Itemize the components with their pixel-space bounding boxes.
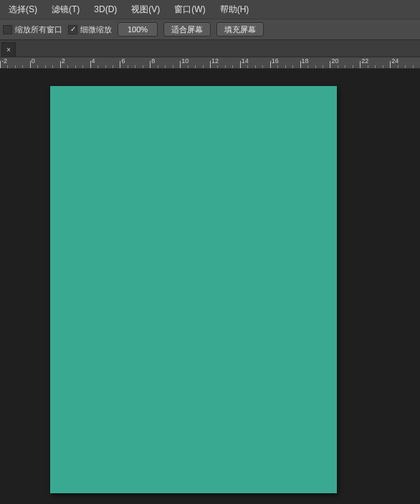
checkbox-checked-icon — [68, 25, 77, 34]
scrubby-zoom-label: 细微缩放 — [80, 24, 112, 35]
ruler-tick-label: 8 — [151, 57, 155, 65]
ruler-tick-label: 20 — [331, 57, 338, 65]
zoom-all-windows-checkbox[interactable]: 缩放所有窗口 — [3, 24, 62, 35]
ruler-tick-label: 24 — [391, 57, 398, 65]
ruler-tick-label: 12 — [211, 57, 219, 65]
horizontal-ruler[interactable]: -202468101214161820222426 — [0, 57, 420, 69]
menu-help[interactable]: 帮助(H) — [213, 1, 257, 19]
fill-screen-button[interactable]: 填充屏幕 — [216, 22, 264, 37]
ruler-tick-label: 0 — [32, 57, 35, 65]
fit-screen-button[interactable]: 适合屏幕 — [163, 22, 211, 37]
menu-select[interactable]: 选择(S) — [1, 1, 44, 19]
ruler-tick-label: 2 — [62, 57, 65, 65]
close-icon[interactable]: × — [6, 46, 11, 54]
canvas[interactable] — [50, 86, 337, 493]
menu-bar: 选择(S) 滤镜(T) 3D(D) 视图(V) 窗口(W) 帮助(H) — [0, 0, 420, 19]
ruler-tick-label: 10 — [181, 57, 188, 65]
workspace[interactable] — [0, 69, 420, 504]
options-bar: 缩放所有窗口 细微缩放 100% 适合屏幕 填充屏幕 — [0, 19, 420, 40]
ruler-tick-label: 14 — [242, 57, 249, 65]
document-tab[interactable]: × — [1, 42, 16, 57]
ruler-tick-label: 22 — [361, 57, 368, 65]
menu-filter[interactable]: 滤镜(T) — [44, 1, 87, 19]
document-tab-bar: × — [0, 40, 420, 57]
zoom-all-label: 缩放所有窗口 — [15, 24, 62, 35]
menu-window[interactable]: 窗口(W) — [167, 1, 212, 19]
ruler-tick-label: 6 — [121, 57, 125, 65]
menu-view[interactable]: 视图(V) — [124, 1, 167, 19]
menu-3d[interactable]: 3D(D) — [87, 1, 124, 17]
ruler-tick-label: -2 — [1, 57, 7, 65]
scrubby-zoom-checkbox[interactable]: 细微缩放 — [68, 24, 112, 35]
ruler-tick-label: 18 — [302, 57, 309, 65]
zoom-100-button[interactable]: 100% — [118, 22, 158, 37]
ruler-tick-label: 16 — [272, 57, 279, 65]
ruler-tick-label: 4 — [92, 57, 95, 65]
checkbox-icon — [3, 25, 12, 34]
